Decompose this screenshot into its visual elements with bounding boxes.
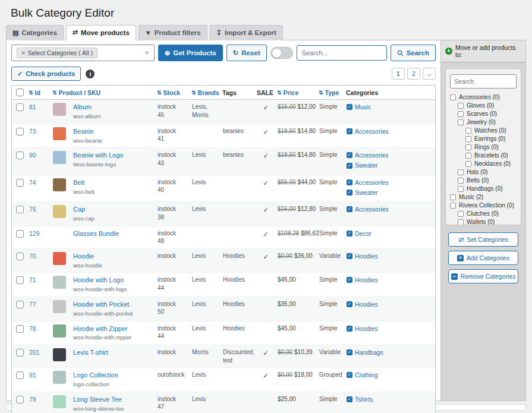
product-name-link[interactable]: Beanie with Logo xyxy=(73,151,154,160)
category-link[interactable]: Accessories xyxy=(355,127,389,135)
remove-categories-button[interactable]: −Remove Categories xyxy=(448,269,518,283)
search-input[interactable] xyxy=(297,45,387,61)
page-button-1[interactable]: 1 xyxy=(392,68,405,80)
checked-square-icon: ✓ xyxy=(347,231,352,237)
tree-item-checkbox[interactable] xyxy=(458,103,464,109)
page-button-2[interactable]: 2 xyxy=(407,68,420,80)
category-entry: ✓Clothing xyxy=(347,371,433,379)
add-categories-button[interactable]: +Add Categories xyxy=(448,251,518,265)
info-icon[interactable]: i xyxy=(86,70,95,78)
product-sku: woo-beanie xyxy=(73,137,154,145)
column-header-stock[interactable]: ⇅Stock xyxy=(156,86,190,99)
product-name-link[interactable]: Album xyxy=(73,103,154,112)
category-link[interactable]: Sweater xyxy=(355,188,378,197)
tree-item-checkbox[interactable] xyxy=(465,153,471,159)
row-checkbox[interactable] xyxy=(16,206,24,213)
column-header-product-sku[interactable]: ⇅Product / SKU xyxy=(51,86,156,99)
tree-item-checkbox[interactable] xyxy=(458,211,464,217)
tree-item-checkbox[interactable] xyxy=(450,194,456,200)
row-checkbox[interactable] xyxy=(16,396,24,403)
product-name-link[interactable]: Long Sleeve Tee xyxy=(73,395,154,404)
tree-item-checkbox[interactable] xyxy=(465,128,471,134)
next-page-button[interactable]: → xyxy=(423,68,436,80)
category-link[interactable]: Sweater xyxy=(355,161,378,169)
product-name-link[interactable]: Hoodie with Zipper xyxy=(73,324,154,333)
categories-cell: ✓Tshirts xyxy=(345,395,435,406)
select-all-checkbox[interactable] xyxy=(16,89,24,96)
row-checkbox[interactable] xyxy=(16,103,24,111)
category-select-field[interactable]: × Select Categories ( All ) × xyxy=(11,45,155,61)
category-search-input[interactable] xyxy=(450,74,517,89)
category-link[interactable]: Hoodies xyxy=(355,324,378,333)
tab-categories[interactable]: ▤Categories xyxy=(6,25,64,40)
category-link[interactable]: Accessories xyxy=(355,151,389,159)
category-link[interactable]: Hoodies xyxy=(355,276,378,284)
search-button[interactable]: Search xyxy=(391,45,436,61)
check-products-button[interactable]: ✓ Check products xyxy=(11,67,81,81)
tree-item-checkbox[interactable] xyxy=(458,178,464,184)
tab-import-export[interactable]: ↧Import & Export xyxy=(210,25,283,40)
product-name-link[interactable]: Glasses Bundle xyxy=(73,229,154,238)
tree-item-checkbox[interactable] xyxy=(458,111,464,117)
tree-item-checkbox[interactable] xyxy=(465,136,471,142)
get-products-button[interactable]: ⊕ Get Products xyxy=(158,45,223,61)
row-checkbox[interactable] xyxy=(16,152,24,159)
category-link[interactable]: Clothing xyxy=(355,371,378,379)
tab-move-products[interactable]: ⇄Move products xyxy=(66,25,136,40)
tree-item-checkbox[interactable] xyxy=(450,94,456,100)
tree-item-checkbox[interactable] xyxy=(458,219,464,225)
row-checkbox[interactable] xyxy=(16,349,24,357)
stock-cell: instock48 xyxy=(156,229,190,246)
product-thumbnail-cell xyxy=(51,204,71,219)
row-checkbox[interactable] xyxy=(16,325,24,333)
category-link[interactable]: Music xyxy=(355,103,371,111)
tree-item: Necklaces (0) xyxy=(450,160,517,167)
category-link[interactable]: Accessories xyxy=(355,178,389,187)
category-link[interactable]: Tshirts xyxy=(355,395,373,403)
product-name-link[interactable]: Hoodie with Pocket xyxy=(73,300,154,309)
set-categories-button[interactable]: ⇄Set Categories xyxy=(448,232,518,247)
product-name-link[interactable]: Hoodie with Logo xyxy=(73,276,154,285)
category-link[interactable]: Decor xyxy=(355,229,372,238)
column-header-id[interactable]: ⇅Id xyxy=(27,86,51,99)
row-checkbox[interactable] xyxy=(16,371,24,379)
product-name-link[interactable]: Levis T-shirt xyxy=(73,348,154,357)
column-header-type[interactable]: ⇅Type xyxy=(317,86,345,99)
product-name-link[interactable]: Beanie xyxy=(73,127,154,136)
reset-button[interactable]: ↻ Reset xyxy=(226,45,267,61)
product-cell: Hoodie with Logowoo-hoodie-with-logo xyxy=(71,275,156,294)
token-remove-icon[interactable]: × xyxy=(21,49,25,56)
row-checkbox[interactable] xyxy=(16,179,24,187)
row-checkbox[interactable] xyxy=(16,301,24,308)
tree-item-checkbox[interactable] xyxy=(458,169,464,175)
row-checkbox[interactable] xyxy=(16,253,24,260)
toggle-switch[interactable] xyxy=(270,47,293,59)
product-name-link[interactable]: Logo Collection xyxy=(73,371,154,380)
tree-item-checkbox[interactable] xyxy=(458,186,464,192)
product-sku: Woo-beanie-logo xyxy=(73,161,154,169)
product-name-link[interactable]: Hoodie xyxy=(73,252,154,261)
product-name-link[interactable]: Cap xyxy=(73,205,154,214)
category-link[interactable]: Accessories xyxy=(355,205,389,213)
category-link[interactable]: Hoodies xyxy=(355,252,378,260)
tree-item-checkbox[interactable] xyxy=(450,203,456,209)
stock-qty: 50 xyxy=(158,308,188,316)
product-name-link[interactable]: Belt xyxy=(73,178,154,187)
row-checkbox[interactable] xyxy=(16,128,24,135)
tree-item-checkbox[interactable] xyxy=(465,161,471,167)
category-link[interactable]: Hoodies xyxy=(355,300,378,308)
row-checkbox[interactable] xyxy=(16,276,24,284)
sale-cell: ✓ xyxy=(256,348,276,358)
clear-icon[interactable]: × xyxy=(145,49,149,57)
product-sku: woo-hoodie-with-pocket xyxy=(73,310,154,318)
product-sku: woo-cap xyxy=(73,215,154,223)
column-header-brands[interactable]: ⇅Brands xyxy=(190,86,221,99)
tree-item-checkbox[interactable] xyxy=(458,119,464,125)
row-checkbox[interactable] xyxy=(16,230,24,238)
column-header-price[interactable]: ⇅Price xyxy=(276,86,317,99)
product-thumbnail xyxy=(53,151,66,164)
tab-product-filters[interactable]: ▼Product filters xyxy=(138,25,207,40)
category-link[interactable]: Handbags xyxy=(355,348,383,357)
tree-item-checkbox[interactable] xyxy=(465,144,471,150)
current-price: $44,00 xyxy=(298,179,316,185)
